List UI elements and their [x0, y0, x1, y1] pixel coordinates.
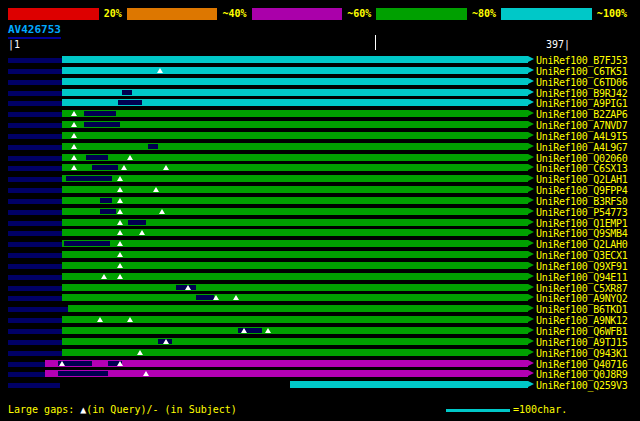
hit-label-link[interactable]: UniRef100_Q9SMB4 — [536, 228, 628, 239]
alignment-gap-segment — [92, 165, 118, 170]
hit-label-link[interactable]: UniRef100_Q943K1 — [536, 348, 628, 359]
hit-alignment-bar[interactable] — [62, 67, 528, 74]
hit-label-link[interactable]: UniRef100_Q6WFB1 — [536, 326, 628, 337]
hit-alignment-bar[interactable] — [68, 305, 528, 312]
large-gap-triangle-icon — [117, 198, 123, 203]
query-lead-line — [8, 101, 62, 106]
large-gap-triangle-icon — [117, 274, 123, 279]
hit-label-link[interactable]: UniRef100_A9TJ15 — [536, 337, 628, 348]
bar-arrowhead-icon — [528, 240, 534, 246]
large-gap-triangle-icon — [117, 176, 123, 181]
query-name-link[interactable]: AV426753 — [8, 23, 61, 39]
hit-alignment-bar[interactable] — [62, 78, 528, 85]
bar-arrowhead-icon — [528, 305, 534, 311]
alignment-row: UniRef100_A7NVD7 — [0, 120, 640, 131]
query-lead-line — [8, 286, 62, 291]
hit-label-link[interactable]: UniRef100_A7NVD7 — [536, 120, 628, 131]
large-gap-triangle-icon — [137, 350, 143, 355]
ruler-tick — [375, 35, 376, 50]
hit-alignment-bar[interactable] — [62, 132, 528, 139]
hit-label-link[interactable]: UniRef100_B9RJ42 — [536, 88, 628, 99]
scale-color-segment — [8, 8, 99, 20]
scale-note: =100char. — [446, 404, 567, 416]
hit-label-link[interactable]: UniRef100_B6TKD1 — [536, 304, 628, 315]
bar-arrowhead-icon — [528, 327, 534, 333]
alignment-row: UniRef100_A9NK12 — [0, 315, 640, 326]
bar-arrowhead-icon — [528, 110, 534, 116]
large-gap-triangle-icon — [127, 317, 133, 322]
hit-label-link[interactable]: UniRef100_C5XR87 — [536, 283, 628, 294]
hit-label-link[interactable]: UniRef100_P54773 — [536, 207, 628, 218]
hit-alignment-bar[interactable] — [62, 56, 528, 63]
scale-color-segment — [376, 8, 467, 20]
hit-label-link[interactable]: UniRef100_Q02060 — [536, 153, 628, 164]
blast-graphical-overview: 20%~40%~60%~80%~100% AV426753 |1 397| Un… — [0, 0, 640, 421]
hit-label-link[interactable]: UniRef100_Q3ECX1 — [536, 250, 628, 261]
alignment-gap-segment — [66, 176, 112, 181]
footer-legend-bar: Large gaps: ▲(in Query)/- (in Subject) =… — [8, 404, 632, 418]
hit-label-link[interactable]: UniRef100_A9PIG1 — [536, 98, 628, 109]
hit-alignment-bar[interactable] — [62, 143, 528, 150]
gaps-legend: Large gaps: ▲(in Query)/- (in Subject) — [8, 404, 237, 415]
hit-label-link[interactable]: UniRef100_C6SX13 — [536, 163, 628, 174]
hit-alignment-bar[interactable] — [62, 251, 528, 258]
hit-alignment-bar[interactable] — [62, 284, 528, 291]
alignment-gap-segment — [100, 209, 116, 214]
hit-alignment-bar[interactable] — [62, 229, 528, 236]
hit-alignment-bar[interactable] — [290, 381, 528, 388]
hit-label-link[interactable]: UniRef100_Q2LAH1 — [536, 174, 628, 185]
large-gap-triangle-icon — [117, 252, 123, 257]
bar-arrowhead-icon — [528, 121, 534, 127]
hit-alignment-bar[interactable] — [62, 164, 528, 171]
hit-label-link[interactable]: UniRef100_Q9XF91 — [536, 261, 628, 272]
alignment-row: UniRef100_A9TJ15 — [0, 337, 640, 348]
alignment-row: UniRef100_Q2LAH0 — [0, 239, 640, 250]
alignment-row: UniRef100_Q02060 — [0, 153, 640, 164]
query-lead-line — [8, 210, 62, 215]
scale-sample-line — [446, 409, 510, 412]
hit-alignment-bar[interactable] — [62, 338, 528, 345]
large-gap-triangle-icon — [265, 328, 271, 333]
hit-label-link[interactable]: UniRef100_A9NYQ2 — [536, 293, 628, 304]
hit-label-link[interactable]: UniRef100_Q259V3 — [536, 380, 628, 391]
query-lead-line — [8, 362, 45, 367]
hit-alignment-bar[interactable] — [62, 240, 528, 247]
hit-label-link[interactable]: UniRef100_A4L9G7 — [536, 142, 628, 153]
hit-alignment-bar[interactable] — [62, 186, 528, 193]
hit-alignment-bar[interactable] — [62, 273, 528, 280]
large-gap-triangle-icon — [117, 220, 123, 225]
hit-label-link[interactable]: UniRef100_Q2LAH0 — [536, 239, 628, 250]
hit-alignment-bar[interactable] — [62, 294, 528, 301]
bar-arrowhead-icon — [528, 208, 534, 214]
hit-alignment-bar[interactable] — [62, 208, 528, 215]
hit-label-link[interactable]: UniRef100_B7FJ53 — [536, 55, 628, 66]
bar-arrowhead-icon — [528, 197, 534, 203]
large-gap-triangle-icon — [71, 122, 77, 127]
alignment-row: UniRef100_Q943K1 — [0, 348, 640, 359]
hit-alignment-bar[interactable] — [62, 349, 528, 356]
hit-label-link[interactable]: UniRef100_Q0J8R9 — [536, 369, 628, 380]
hit-label-link[interactable]: UniRef100_A9NK12 — [536, 315, 628, 326]
bar-arrowhead-icon — [528, 186, 534, 192]
hit-label-link[interactable]: UniRef100_B3RFS0 — [536, 196, 628, 207]
hit-alignment-bar[interactable] — [62, 197, 528, 204]
hit-alignment-bar[interactable] — [45, 370, 528, 377]
alignment-row: UniRef100_P54773 — [0, 207, 640, 218]
hit-label-link[interactable]: UniRef100_C6TD06 — [536, 77, 628, 88]
alignment-row: UniRef100_Q1EMP1 — [0, 218, 640, 229]
hit-label-link[interactable]: UniRef100_A4L9I5 — [536, 131, 628, 142]
hit-alignment-bar[interactable] — [62, 327, 528, 334]
hit-alignment-bar[interactable] — [62, 262, 528, 269]
alignment-row: UniRef100_C6TK51 — [0, 66, 640, 77]
query-lead-line — [8, 221, 62, 226]
hit-label-link[interactable]: UniRef100_C6TK51 — [536, 66, 628, 77]
hit-label-link[interactable]: UniRef100_Q94E11 — [536, 272, 628, 283]
hit-label-link[interactable]: UniRef100_Q9FPP4 — [536, 185, 628, 196]
hit-alignment-bar[interactable] — [62, 175, 528, 182]
hit-label-link[interactable]: UniRef100_Q1EMP1 — [536, 218, 628, 229]
hit-label-link[interactable]: UniRef100_Q40716 — [536, 359, 628, 370]
hit-label-link[interactable]: UniRef100_B2ZAP6 — [536, 109, 628, 120]
hit-alignment-bar[interactable] — [62, 121, 528, 128]
large-gap-triangle-icon — [71, 155, 77, 160]
hit-alignment-bar[interactable] — [62, 110, 528, 117]
